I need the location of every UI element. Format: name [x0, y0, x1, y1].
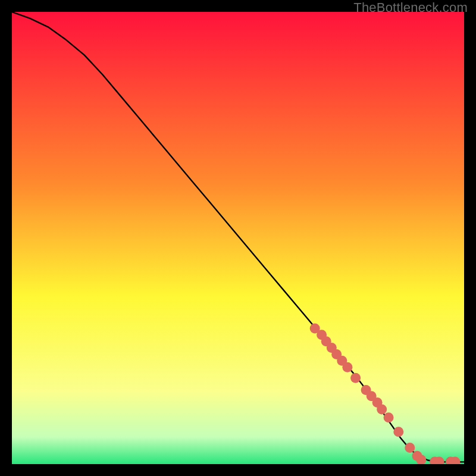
data-point: [384, 412, 394, 422]
chart-svg: [12, 12, 464, 464]
data-point: [405, 443, 415, 453]
data-point: [350, 373, 361, 383]
data-point: [377, 405, 387, 415]
plot-area: [12, 12, 464, 464]
data-point: [342, 362, 352, 372]
watermark-text: TheBottleneck.com: [353, 0, 468, 15]
chart-frame: TheBottleneck.com: [0, 0, 476, 476]
gradient-background: [12, 12, 464, 464]
data-point: [393, 427, 403, 437]
